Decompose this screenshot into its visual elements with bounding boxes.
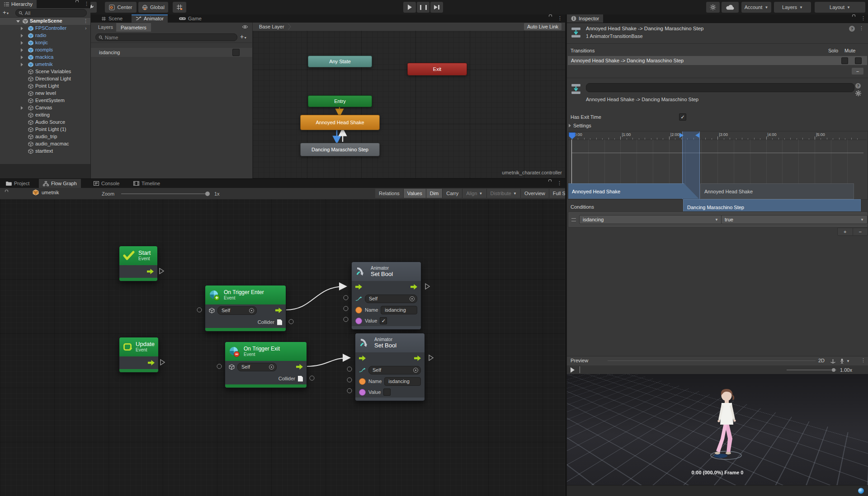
condition-parameter-dropdown[interactable]: isdancing▼ xyxy=(579,215,722,224)
create-object-button[interactable]: +▼ xyxy=(3,9,9,16)
target-picker-icon[interactable] xyxy=(269,365,274,370)
expand-arrow-icon[interactable] xyxy=(21,106,23,110)
hierarchy-item-point-light[interactable]: Point Light xyxy=(0,83,90,90)
hierarchy-item-canvas[interactable]: Canvas xyxy=(0,104,90,112)
preview-scrub-start[interactable] xyxy=(580,366,580,373)
settings-foldout[interactable]: Settings xyxy=(569,123,591,128)
preview-drag-handle[interactable] xyxy=(608,360,816,361)
timeline-bar-current[interactable]: Annoyed Head Shake xyxy=(568,183,703,199)
port-circle[interactable] xyxy=(344,306,349,311)
hierarchy-item-audio-trip[interactable]: audio_trip xyxy=(0,133,90,140)
subtab-parameters[interactable]: Parameters xyxy=(116,23,151,32)
start-output-port-triangle[interactable] xyxy=(159,268,164,274)
value-checkbox[interactable]: ✓ xyxy=(380,317,387,324)
expand-arrow-icon[interactable] xyxy=(21,56,23,59)
gear-icon[interactable] xyxy=(855,90,861,96)
expand-arrow-icon[interactable] xyxy=(21,27,23,30)
subtab-layers[interactable]: Layers xyxy=(94,23,117,32)
collider-output-port-circle[interactable] xyxy=(310,376,315,381)
layout-dropdown[interactable]: Layout▼ xyxy=(815,2,865,13)
flow-output-port[interactable] xyxy=(296,364,303,370)
remove-transition-button[interactable]: − xyxy=(852,68,863,75)
node-update-event[interactable]: UpdateEvent xyxy=(119,337,159,373)
flow-output-port[interactable] xyxy=(147,269,154,274)
port-circle[interactable] xyxy=(344,295,349,300)
flow-input-port[interactable] xyxy=(359,356,366,361)
animator-canvas[interactable]: Base Layer Auto Live Link Any S xyxy=(253,23,566,178)
remove-condition-button[interactable]: − xyxy=(853,228,868,235)
flow-output-port[interactable] xyxy=(148,360,155,365)
expand-arrow-icon[interactable] xyxy=(21,34,23,37)
timeline-bar-next[interactable]: Annoyed Head Shake xyxy=(700,183,854,199)
expand-arrow-icon[interactable] xyxy=(21,63,23,66)
pause-button[interactable] xyxy=(417,2,429,13)
collider-output-port-circle[interactable] xyxy=(289,319,294,324)
help-icon[interactable]: ? xyxy=(855,83,861,89)
timeline-ruler[interactable]: |0:00|1:00|2:00|3:00|4:00|5:00 xyxy=(568,131,867,140)
has-exit-time-checkbox[interactable]: ✓ xyxy=(679,113,686,121)
name-value-field[interactable]: isdancing xyxy=(384,377,421,386)
cloud-button[interactable] xyxy=(722,2,739,13)
add-parameter-button[interactable]: +▼ xyxy=(240,33,247,40)
hierarchy-item-roompls[interactable]: roompls xyxy=(0,47,90,54)
step-button[interactable] xyxy=(430,2,443,13)
parameter-search-input[interactable]: Name xyxy=(95,33,237,41)
port-circle[interactable] xyxy=(347,388,352,393)
hierarchy-item-radio[interactable]: radio xyxy=(0,32,90,39)
pivot-toggle-button[interactable]: Center xyxy=(105,2,137,13)
state-entry[interactable]: Entry xyxy=(308,95,372,107)
hierarchy-item-samplescene[interactable]: SampleScene⋮ xyxy=(0,18,90,25)
preview-2d-button[interactable]: 2D xyxy=(818,358,825,363)
hierarchy-menu-icon[interactable]: ⋮ xyxy=(84,1,89,7)
flow-output-port[interactable] xyxy=(414,356,421,361)
state-any-state[interactable]: Any State xyxy=(308,56,372,67)
preview-play-button[interactable] xyxy=(571,367,575,373)
hierarchy-item-scene-variables[interactable]: Scene Variables xyxy=(0,68,90,75)
port-circle[interactable] xyxy=(344,317,349,322)
inspector-menu-icon[interactable]: ⋮ xyxy=(861,15,866,21)
collab-status-icon[interactable] xyxy=(858,488,864,494)
hierarchy-item-konjic[interactable]: konjic xyxy=(0,39,90,47)
preferences-light-button[interactable] xyxy=(706,2,720,13)
hierarchy-tab[interactable]: Hierarchy xyxy=(0,0,37,8)
hierarchy-item-starttext[interactable]: starttext xyxy=(0,148,90,155)
node-set-bool-1[interactable]: AnimatorSet Bool Self Name isdancing Val… xyxy=(351,262,421,330)
self-field[interactable]: Self xyxy=(368,366,421,374)
hierarchy-item-umetnik[interactable]: umetnik xyxy=(0,61,90,68)
header-menu-icon[interactable]: ⋮ xyxy=(859,25,864,31)
node-set-bool-2[interactable]: AnimatorSet Bool Self Name isdancing Val… xyxy=(355,333,425,401)
transition-name-field[interactable] xyxy=(586,83,854,92)
tab-game[interactable]: Game xyxy=(175,14,206,23)
target-picker-icon[interactable] xyxy=(249,308,254,313)
port-circle[interactable] xyxy=(347,367,352,372)
update-output-port-triangle[interactable] xyxy=(160,359,165,365)
preview-axis-icon[interactable] xyxy=(830,358,836,364)
help-icon[interactable]: ? xyxy=(849,26,855,32)
preview-character[interactable] xyxy=(703,380,757,464)
node-on-trigger-enter[interactable]: On Trigger EnterEvent Self Collider xyxy=(205,285,286,332)
name-value-field[interactable]: isdancing xyxy=(381,306,417,314)
item-menu-icon[interactable]: ⋮ xyxy=(83,18,88,24)
expand-arrow-icon[interactable] xyxy=(16,20,20,23)
play-button[interactable] xyxy=(403,2,416,13)
node-on-trigger-exit[interactable]: On Trigger ExitEvent Self Collider xyxy=(225,342,307,388)
self-field[interactable]: Self xyxy=(237,363,277,371)
port-circle[interactable] xyxy=(347,378,352,383)
transition-timeline[interactable]: |0:00|1:00|2:00|3:00|4:00|5:00 Annoyed H… xyxy=(568,131,868,200)
set-bool-2-output-triangle[interactable] xyxy=(429,355,434,361)
tab-inspector[interactable]: Inspector xyxy=(567,14,603,23)
preview-avatar-icon[interactable] xyxy=(839,358,845,364)
hierarchy-item-audio-source[interactable]: Audio Source xyxy=(0,119,90,126)
input-port-circle[interactable] xyxy=(197,308,202,313)
set-bool-1-output-triangle[interactable] xyxy=(425,283,430,290)
flow-output-port[interactable] xyxy=(275,308,282,313)
prefab-open-chevron-icon[interactable]: › xyxy=(85,25,87,31)
expand-arrow-icon[interactable] xyxy=(21,48,23,52)
eye-icon[interactable] xyxy=(242,25,248,29)
preview-header[interactable]: Preview 2D ▼ ⋮ xyxy=(567,356,868,366)
hierarchy-item-mackica[interactable]: mackica xyxy=(0,54,90,61)
state-exit[interactable]: Exit xyxy=(407,63,467,75)
account-dropdown[interactable]: Account▼ xyxy=(741,2,771,13)
self-field[interactable]: Self xyxy=(217,306,257,315)
tab-scene[interactable]: Scene xyxy=(97,14,127,23)
